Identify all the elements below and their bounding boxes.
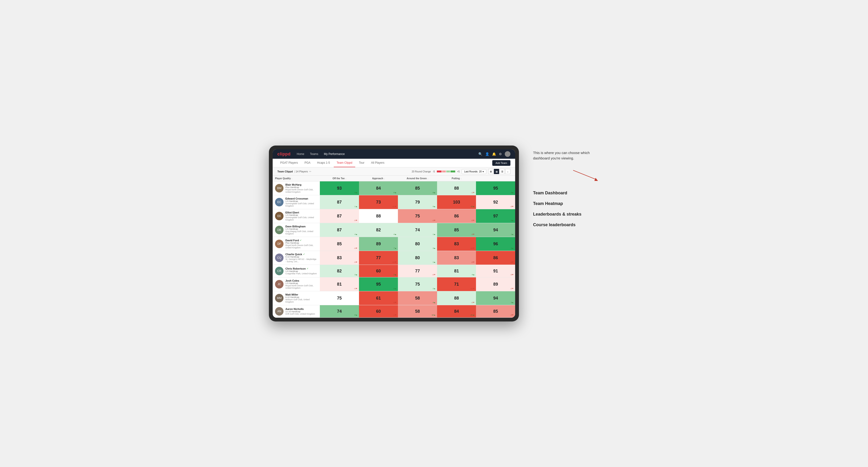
col-putting[interactable]: Putting ↓: [437, 176, 476, 181]
stat-value: 58: [415, 309, 420, 314]
download-button[interactable]: ↓: [505, 169, 510, 174]
sub-nav: PGAT Players PGA Hcaps 1-5 Team Clippd T…: [273, 159, 515, 167]
player-info[interactable]: DBDave Billingham1-5 HandicapGog Magog G…: [273, 223, 320, 237]
stat-value: 86: [454, 214, 459, 219]
player-club: Royal North Devon Golf Club, United King…: [285, 188, 317, 193]
stat-cell: 897▲: [359, 237, 398, 251]
heatmap-bar: [437, 170, 455, 173]
stat-cell: 86-8▼: [476, 251, 515, 264]
stat-value: 87: [337, 214, 342, 219]
stat-cell: 824▲: [359, 223, 398, 237]
col-off-tee[interactable]: Off the Tee ↓: [320, 176, 359, 181]
stat-value: 83: [337, 255, 342, 260]
stat-cell: 91-3▼: [476, 265, 515, 277]
subnav-team-clippd[interactable]: Team Clippd: [334, 159, 355, 167]
svg-line-0: [573, 170, 597, 180]
player-name: David Ford✓: [285, 239, 317, 242]
player-info[interactable]: MMMatt Miller6-10 HandicapWoburn Golf Cl…: [273, 291, 320, 305]
subnav-hcaps[interactable]: Hcaps 1-5: [314, 159, 333, 167]
round-change-area: 20 Round Change -5 +5 Last Rounds: 20 ▾: [412, 169, 510, 174]
stat-cell: 975▲: [476, 209, 515, 223]
team-separator: |: [294, 170, 296, 173]
player-details: Elliot Ebert1-5 HandicapSunningdale Golf…: [285, 211, 317, 221]
stat-value: 77: [376, 255, 381, 260]
dashboard-menu-item[interactable]: Team Heatmap: [533, 198, 599, 209]
stat-cell: 941▲: [476, 223, 515, 237]
col-approach[interactable]: Approach ↓: [359, 176, 398, 181]
bell-icon[interactable]: 🔔: [492, 152, 496, 156]
search-icon[interactable]: 🔍: [478, 152, 483, 156]
stat-change: 8▲: [354, 314, 357, 316]
stat-cell: 88-2▼: [437, 291, 476, 305]
stat-change: 8▲: [394, 287, 397, 290]
stat-cell: 92-3▼: [476, 195, 515, 209]
stat-value: 77: [415, 269, 420, 274]
avatar[interactable]: [505, 151, 510, 157]
avatar: CQ: [275, 253, 283, 262]
page-wrapper: clippd Home Teams My Performance 🔍 👤 🔔 ⚙…: [269, 146, 599, 321]
heatmap-red-light: [442, 170, 446, 173]
player-name: Elliot Ebert: [285, 211, 317, 214]
edit-icon[interactable]: ✏: [309, 170, 311, 173]
add-team-button[interactable]: Add Team: [492, 160, 510, 166]
subnav-all-players[interactable]: All Players: [368, 159, 387, 167]
nav-teams[interactable]: Teams: [309, 151, 319, 157]
profile-icon[interactable]: 👤: [485, 152, 489, 156]
subnav-pga[interactable]: PGA: [302, 159, 313, 167]
table-row: ANAaron Nicholls11-15 HandicapDrift Golf…: [273, 305, 515, 318]
player-info[interactable]: EEElliot Ebert1-5 HandicapSunningdale Go…: [273, 209, 320, 223]
stat-cell: 75-3▼: [398, 209, 437, 223]
stat-cell: 81-3▼: [320, 277, 359, 291]
col-around-green[interactable]: Around the Green ↓: [398, 176, 437, 181]
stat-change: 3▲: [511, 247, 514, 249]
stat-change: -3▼: [510, 274, 514, 276]
table-view-button[interactable]: ▦: [494, 169, 499, 174]
stat-cell: 958▲: [359, 277, 398, 291]
subnav-tour[interactable]: Tour: [356, 159, 367, 167]
stat-value: 87: [337, 228, 342, 232]
avatar: MM: [275, 294, 283, 302]
stat-value: 82: [376, 228, 381, 232]
nav-home[interactable]: Home: [296, 151, 305, 157]
stat-change: 15▲: [471, 206, 475, 208]
stat-cell: 75: [320, 291, 359, 305]
player-info[interactable]: ECEdward Crossman1-5 HandicapSunningdale…: [273, 195, 320, 209]
player-info[interactable]: ANAaron Nicholls11-15 HandicapDrift Golf…: [273, 305, 320, 317]
settings-icon[interactable]: ⚙: [499, 152, 502, 156]
player-info[interactable]: JCJosh Coles1-5 HandicapRoyal North Devo…: [273, 277, 320, 291]
stat-value: 88: [454, 296, 459, 301]
col-player-quality[interactable]: Player Quality ↓: [273, 176, 320, 181]
last-rounds-button[interactable]: Last Rounds: 20 ▾: [462, 169, 486, 174]
player-handicap: Plus Handicap: [285, 186, 317, 188]
stat-change: -3▼: [432, 274, 436, 276]
dashboard-menu-item[interactable]: Course leaderboards: [533, 220, 599, 230]
list-view-button[interactable]: ☰: [500, 169, 505, 174]
player-info[interactable]: DFDavid Ford✓Plus HandicapRoyal North De…: [273, 237, 320, 251]
stat-value: 73: [376, 200, 381, 205]
player-details: Dave Billingham1-5 HandicapGog Magog Gol…: [285, 225, 317, 235]
stat-change: -21▲: [470, 314, 474, 316]
player-details: Josh Coles1-5 HandicapRoyal North Devon …: [285, 279, 317, 289]
subnav-pgat[interactable]: PGAT Players: [277, 159, 301, 167]
dashboard-menu-item[interactable]: Leaderboards & streaks: [533, 209, 599, 220]
stat-value: 80: [415, 255, 420, 260]
heatmap-green-light: [446, 170, 450, 173]
dashboard-menu-item[interactable]: Team Dashboard: [533, 188, 599, 198]
player-info[interactable]: CQCharlie Quick✓6-10 HandicapSt. George'…: [273, 251, 320, 264]
stat-value: 75: [415, 214, 420, 219]
player-info[interactable]: BMBlair McHargPlus HandicapRoyal North D…: [273, 181, 320, 195]
stat-cell: 943▲: [476, 291, 515, 305]
stat-change: 3▲: [511, 302, 514, 304]
player-club: Drift Golf Club, United Kingdom: [285, 313, 315, 315]
stat-change: -3▼: [510, 206, 514, 208]
annotation-intro: This is where you can choose which dashb…: [533, 150, 599, 161]
stat-cell: 71-11▼: [437, 277, 476, 291]
stat-cell: 77-3▼: [398, 265, 437, 277]
player-name: Chris Robertson✓: [285, 267, 317, 270]
grid-view-button[interactable]: ⊞: [488, 169, 493, 174]
player-handicap: 1-5 Handicap: [285, 200, 317, 203]
player-name: Charlie Quick✓: [285, 253, 317, 256]
player-info[interactable]: CRChris Robertson✓1-5 HandicapCraigmilla…: [273, 265, 320, 277]
player-handicap: 6-10 Handicap: [285, 296, 317, 299]
nav-my-performance[interactable]: My Performance: [323, 151, 345, 157]
